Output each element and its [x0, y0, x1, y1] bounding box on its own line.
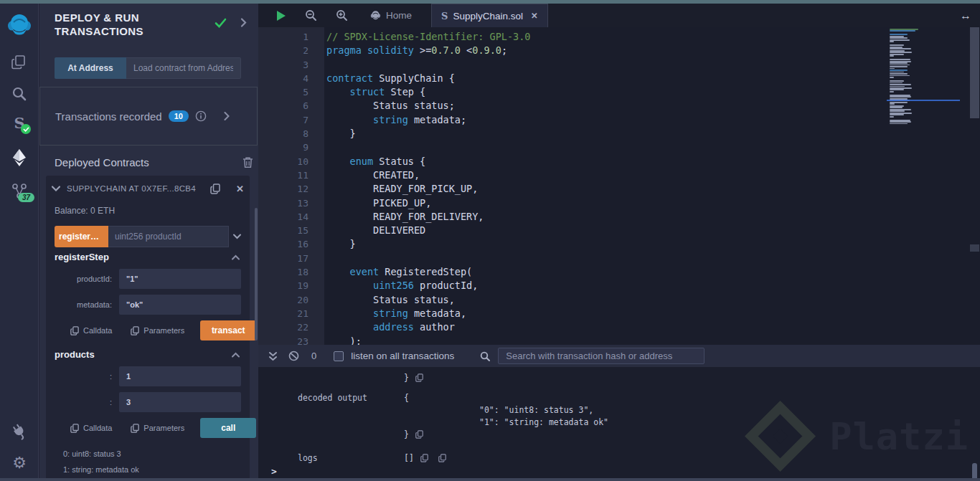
- solidity-compiler-icon[interactable]: S: [0, 114, 39, 132]
- deploy-run-icon[interactable]: [0, 148, 39, 167]
- remix-logo[interactable]: [0, 12, 39, 38]
- calldata-link[interactable]: Calldata: [70, 326, 112, 335]
- run-script-icon[interactable]: [276, 10, 286, 22]
- line-number: 7: [258, 113, 308, 127]
- code-line[interactable]: 5 struct Step {: [258, 85, 980, 99]
- plugin-manager-icon[interactable]: 37: [0, 182, 39, 201]
- call-button[interactable]: call: [200, 418, 256, 438]
- icon-rail: S 37 ⚙: [0, 4, 39, 481]
- copy-icon[interactable]: [438, 454, 446, 462]
- chevron-down-icon[interactable]: [52, 186, 60, 191]
- code-line[interactable]: 6 Status status;: [258, 99, 980, 113]
- register-step-header[interactable]: registerStep: [55, 252, 240, 262]
- load-contract-input[interactable]: [126, 57, 241, 79]
- chevron-up-icon[interactable]: [232, 352, 240, 358]
- code-line[interactable]: 8 }: [258, 127, 980, 141]
- products-header[interactable]: products: [55, 349, 240, 360]
- tab-close-icon[interactable]: ✕: [531, 11, 538, 21]
- file-explorer-icon[interactable]: [0, 54, 39, 71]
- contract-instance-card: SUPPLYCHAIN AT 0X7EF...8CB47 (M ✕ Balanc…: [46, 176, 250, 481]
- code-line[interactable]: 13 PICKED_UP,: [258, 196, 980, 210]
- register-product-input[interactable]: [108, 226, 229, 247]
- code-line[interactable]: 3: [258, 58, 980, 72]
- copy-icon[interactable]: [210, 184, 220, 194]
- products-arg1-input[interactable]: [119, 366, 241, 386]
- code-line[interactable]: 20 Status status,: [258, 293, 980, 307]
- calldata-link[interactable]: Calldata: [70, 424, 112, 433]
- line-number: 19: [258, 279, 308, 292]
- code-line[interactable]: 14 READY_FOR_DELIVERY,: [258, 210, 980, 224]
- metadata-input[interactable]: [119, 295, 241, 315]
- terminal-prompt[interactable]: >: [271, 466, 277, 477]
- line-number: 15: [258, 224, 308, 237]
- code-line[interactable]: 15 DELIVERED: [258, 224, 980, 237]
- tab-home[interactable]: Home: [361, 4, 421, 27]
- chevron-right-icon[interactable]: [224, 112, 230, 120]
- search-icon[interactable]: [0, 85, 39, 103]
- terminal-row: logs[]: [258, 452, 980, 464]
- code-line[interactable]: 23 );: [258, 335, 980, 345]
- plug-icon[interactable]: [0, 423, 39, 440]
- clear-console-icon[interactable]: [288, 351, 299, 361]
- terminal-search-input[interactable]: [498, 348, 705, 364]
- code-line[interactable]: 7 string metadata;: [258, 113, 980, 127]
- productid-input[interactable]: [119, 269, 241, 289]
- close-icon[interactable]: ✕: [236, 184, 244, 194]
- line-number: 14: [258, 210, 308, 224]
- field-label: :: [46, 366, 112, 386]
- at-address-button[interactable]: At Address: [55, 57, 126, 79]
- chevron-right-icon[interactable]: [240, 18, 247, 27]
- trash-icon[interactable]: [242, 156, 253, 168]
- parameters-link[interactable]: Parameters: [131, 424, 184, 433]
- line-number: 12: [258, 182, 308, 196]
- code-text: address author: [326, 320, 455, 334]
- editor-scrollbar[interactable]: [970, 27, 979, 118]
- field-label: metadata:: [46, 295, 112, 315]
- terminal-body[interactable]: }decoded output{"0": "uint8: status 3","…: [258, 367, 980, 478]
- transact-button[interactable]: transact: [200, 320, 256, 340]
- register-product-button[interactable]: registerPr...: [55, 226, 108, 247]
- minimap[interactable]: [890, 29, 958, 136]
- tab-supplychain[interactable]: S SupplyChain.sol ✕: [431, 4, 548, 27]
- code-line[interactable]: 17: [258, 252, 980, 265]
- terminal-scrollbar[interactable]: [972, 463, 977, 478]
- line-number: 5: [258, 85, 308, 99]
- remix-logo-icon: [6, 12, 32, 38]
- expand-terminal-icon[interactable]: [268, 351, 278, 361]
- copy-icon[interactable]: [415, 373, 423, 382]
- code-text: );: [326, 335, 362, 345]
- panel-scrollbar[interactable]: [255, 208, 258, 340]
- listen-transactions-checkbox[interactable]: [334, 351, 344, 361]
- terminal: 0 listen on all transactions }decoded ou…: [258, 345, 980, 478]
- code-line[interactable]: 1// SPDX-License-Identifier: GPL-3.0: [258, 30, 980, 44]
- line-number: 17: [258, 252, 308, 265]
- code-line[interactable]: 18 event RegisteredStep(: [258, 265, 980, 279]
- code-line[interactable]: 19 uint256 productId,: [258, 279, 980, 292]
- chevron-down-icon[interactable]: [233, 234, 241, 239]
- code-line[interactable]: 9: [258, 141, 980, 154]
- transactions-recorded-card[interactable]: Transactions recorded 10: [39, 87, 258, 146]
- line-number: 21: [258, 307, 308, 320]
- code-line[interactable]: 4contract SupplyChain {: [258, 72, 980, 85]
- terminal-row-value: }: [404, 373, 409, 383]
- chevron-up-icon[interactable]: [232, 254, 240, 260]
- code-line[interactable]: 11 CREATED,: [258, 168, 980, 182]
- editor-tabbar: Home S SupplyChain.sol ✕ ↔: [258, 4, 980, 27]
- copy-icon[interactable]: [415, 430, 423, 439]
- code-line[interactable]: 2pragma solidity >=0.7.0 <0.9.0;: [258, 44, 980, 57]
- zoom-in-icon[interactable]: [336, 9, 348, 22]
- terminal-row-value: {: [404, 393, 409, 403]
- call-output-0: 0: uint8: status 3: [63, 449, 121, 458]
- zoom-out-icon[interactable]: [305, 9, 317, 22]
- code-line[interactable]: 12 READY_FOR_PICK_UP,: [258, 182, 980, 196]
- code-line[interactable]: 21 string metadata,: [258, 307, 980, 320]
- settings-gear-icon[interactable]: ⚙: [0, 455, 39, 471]
- code-line[interactable]: 22 address author: [258, 320, 980, 334]
- products-arg2-input[interactable]: [119, 392, 241, 412]
- parameters-link[interactable]: Parameters: [131, 326, 184, 335]
- code-line[interactable]: 16 }: [258, 237, 980, 251]
- code-editor[interactable]: 1// SPDX-License-Identifier: GPL-3.02pra…: [258, 27, 980, 345]
- copy-icon[interactable]: [420, 454, 428, 462]
- code-line[interactable]: 10 enum Status {: [258, 155, 980, 168]
- resize-horizontal-icon[interactable]: ↔: [960, 9, 971, 22]
